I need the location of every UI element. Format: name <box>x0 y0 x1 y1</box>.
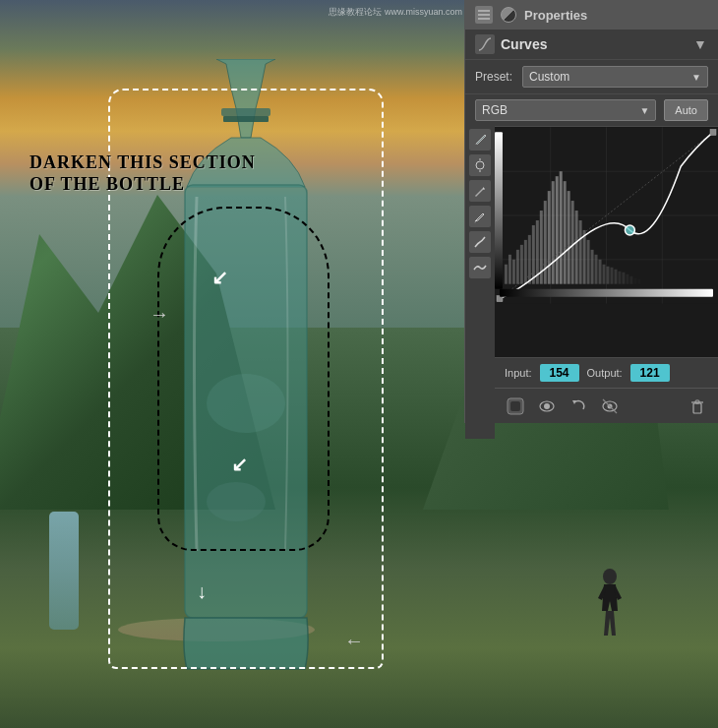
svg-rect-41 <box>591 250 594 284</box>
svg-rect-4 <box>223 116 269 122</box>
svg-rect-7 <box>478 14 490 16</box>
panel-header: Properties <box>465 0 718 30</box>
smooth-tool[interactable] <box>469 257 491 278</box>
undo-icon[interactable] <box>568 395 589 417</box>
svg-rect-50 <box>626 274 628 284</box>
annotation-arrow: → <box>150 303 169 326</box>
svg-rect-32 <box>556 176 559 284</box>
svg-rect-26 <box>532 225 535 284</box>
svg-point-9 <box>476 161 484 169</box>
annotation-line2: OF THE BOTTLE <box>30 174 256 196</box>
channel-dropdown-arrow: ▼ <box>639 105 649 116</box>
svg-rect-44 <box>603 265 606 284</box>
channel-dropdown[interactable]: RGB ▼ <box>475 99 656 121</box>
svg-rect-42 <box>595 255 598 284</box>
svg-rect-58 <box>500 289 713 297</box>
visibility-icon[interactable] <box>599 395 621 417</box>
output-value[interactable]: 121 <box>630 364 670 382</box>
svg-point-55 <box>625 225 634 235</box>
panel-close-icon[interactable]: ▼ <box>692 36 708 52</box>
svg-rect-35 <box>568 191 570 284</box>
human-figure <box>590 567 629 649</box>
svg-rect-23 <box>520 245 523 284</box>
arrow-bottom: ← <box>344 630 364 652</box>
watermark: 思缘教程论坛 www.missyuan.com <box>329 6 462 19</box>
annotation-line1: DARKEN THIS SECTION <box>30 152 256 174</box>
annotation-text: DARKEN THIS SECTION OF THE BOTTLE <box>30 152 256 195</box>
delete-icon[interactable] <box>687 395 708 417</box>
io-row: Input: 154 Output: 121 <box>495 357 718 388</box>
svg-rect-47 <box>614 270 617 284</box>
mask-icon[interactable] <box>505 395 526 417</box>
preset-row: Preset: Custom ▼ <box>465 60 718 94</box>
svg-rect-29 <box>544 201 547 284</box>
svg-rect-22 <box>516 250 519 284</box>
pen-tool[interactable] <box>469 180 491 202</box>
curves-area <box>495 127 718 357</box>
channel-value: RGB <box>482 103 508 117</box>
svg-rect-49 <box>622 273 625 284</box>
svg-marker-64 <box>572 400 576 404</box>
panel-mode-icon <box>501 7 516 23</box>
eye-icon[interactable] <box>536 395 558 417</box>
curves-label-row: Curves ▼ <box>465 30 718 60</box>
svg-rect-21 <box>512 260 515 284</box>
svg-rect-48 <box>618 272 621 284</box>
adjustment-icon <box>475 6 493 24</box>
svg-rect-20 <box>509 255 511 284</box>
svg-rect-31 <box>552 181 555 284</box>
svg-point-5 <box>603 569 617 584</box>
svg-rect-46 <box>610 268 613 284</box>
bottom-toolbar <box>495 388 718 423</box>
eyedropper-tool[interactable] <box>469 129 491 151</box>
curve-adjust-tool[interactable] <box>469 231 491 253</box>
svg-rect-51 <box>629 276 632 284</box>
tools-column <box>465 124 495 439</box>
svg-rect-57 <box>710 129 716 135</box>
output-label: Output: <box>587 367 623 379</box>
svg-rect-40 <box>587 240 590 284</box>
brush-tool[interactable] <box>469 206 491 227</box>
preset-value: Custom <box>529 70 569 84</box>
waterfall <box>49 512 79 630</box>
panel-main: RGB ▼ Auto <box>465 94 718 423</box>
svg-point-2 <box>207 482 266 521</box>
svg-rect-45 <box>607 267 610 284</box>
preset-label: Preset: <box>475 70 514 84</box>
svg-rect-61 <box>510 401 520 411</box>
input-value[interactable]: 154 <box>540 364 579 382</box>
arrow-middle: ↙ <box>231 453 248 476</box>
svg-rect-3 <box>221 108 270 116</box>
input-label: Input: <box>505 367 532 379</box>
svg-rect-59 <box>495 132 503 288</box>
svg-rect-6 <box>478 10 490 12</box>
panel-title: Properties <box>524 8 587 23</box>
svg-rect-19 <box>505 265 508 284</box>
preset-dropdown[interactable]: Custom ▼ <box>522 66 708 88</box>
svg-rect-8 <box>478 18 490 20</box>
svg-rect-24 <box>524 240 527 284</box>
channel-row: RGB ▼ Auto <box>465 94 718 127</box>
svg-rect-37 <box>575 211 578 284</box>
svg-rect-52 <box>633 278 636 284</box>
svg-rect-33 <box>560 171 563 283</box>
arrow-lower: ↓ <box>197 580 207 603</box>
svg-point-1 <box>207 374 285 433</box>
properties-panel: Properties Curves ▼ Preset: Custom ▼ <box>464 0 718 423</box>
svg-rect-39 <box>583 230 586 284</box>
preset-dropdown-arrow: ▼ <box>691 72 701 83</box>
sample-tool[interactable] <box>469 154 491 176</box>
panel-content: RGB ▼ Auto <box>465 94 718 423</box>
svg-rect-38 <box>579 220 582 284</box>
svg-rect-43 <box>599 260 602 284</box>
svg-rect-68 <box>693 403 701 413</box>
auto-button[interactable]: Auto <box>664 99 708 121</box>
svg-rect-53 <box>637 279 640 284</box>
curves-icon <box>475 34 495 54</box>
svg-rect-30 <box>548 191 551 284</box>
svg-rect-34 <box>564 181 567 284</box>
arrow-upper: ↙ <box>211 266 228 289</box>
curves-label: Curves <box>501 36 547 52</box>
svg-point-63 <box>544 403 550 409</box>
curves-graph-svg <box>495 127 718 304</box>
